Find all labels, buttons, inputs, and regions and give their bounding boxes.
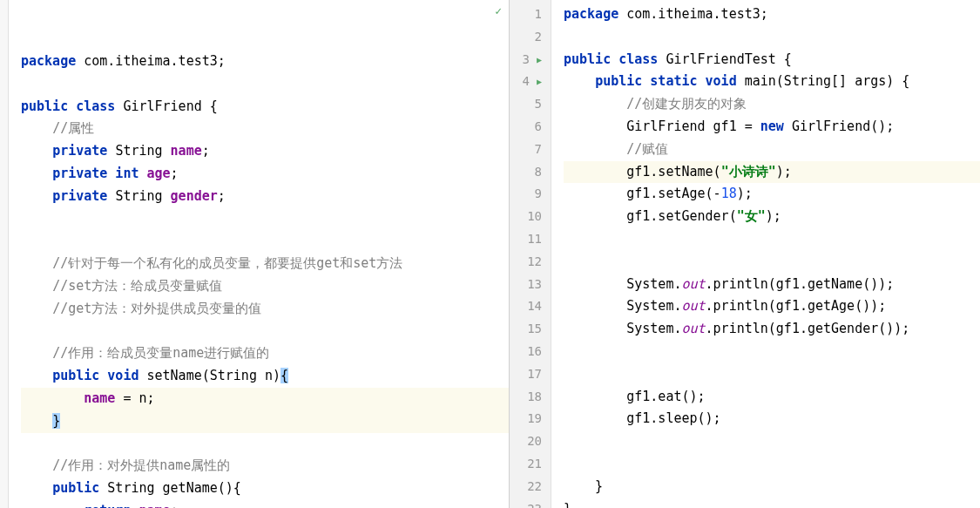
line-number: 16 — [527, 341, 542, 363]
code-token: } — [564, 501, 571, 508]
code-token: //作用：给成员变量name进行赋值的 — [52, 345, 269, 361]
code-line[interactable]: public class GirlFriendTest { — [564, 49, 980, 71]
code-line[interactable]: package com.itheima.test3; — [21, 51, 509, 73]
code-line[interactable] — [21, 230, 509, 253]
run-gutter-icon[interactable]: ▶ — [537, 71, 542, 93]
code-token — [21, 166, 52, 181]
code-line[interactable]: gf1.sleep(); — [564, 408, 980, 430]
code-line[interactable]: public static void main(String[] args) { — [564, 71, 980, 93]
line-number: 20 — [527, 430, 542, 453]
code-line[interactable]: private String gender; — [21, 186, 509, 208]
code-token — [564, 119, 626, 134]
code-token: setName(String n) — [147, 368, 281, 383]
code-line[interactable]: //set方法：给成员变量赋值 — [21, 275, 509, 298]
code-line[interactable] — [564, 26, 980, 49]
line-number: 13 — [527, 274, 542, 296]
code-line[interactable] — [564, 363, 980, 386]
gutter-line: 13 — [517, 274, 542, 296]
line-number: 19 — [527, 408, 542, 430]
code-line[interactable] — [564, 430, 980, 453]
code-line[interactable]: return name; — [21, 500, 509, 508]
line-number: 9 — [535, 183, 542, 206]
code-line[interactable]: public class GirlFriend { — [21, 96, 509, 119]
code-line[interactable]: //作用：给成员变量name进行赋值的 — [21, 342, 509, 365]
code-line[interactable]: } — [21, 410, 509, 433]
code-token: out — [681, 298, 705, 314]
code-line[interactable] — [21, 73, 509, 96]
code-line[interactable] — [564, 251, 980, 274]
code-line[interactable]: } — [564, 498, 980, 508]
code-line[interactable]: //属性 — [21, 118, 509, 140]
code-line[interactable]: System.out.println(gf1.getGender()); — [564, 318, 980, 341]
code-line[interactable] — [564, 228, 980, 251]
code-line[interactable]: //作用：对外提供name属性的 — [21, 455, 509, 478]
code-line[interactable] — [564, 453, 980, 476]
line-number: 18 — [527, 386, 542, 409]
code-token — [21, 503, 84, 508]
code-token: gf1.setName( — [564, 164, 721, 179]
code-line[interactable] — [21, 208, 509, 231]
gutter-line: 18 — [517, 386, 542, 409]
code-token: age — [147, 166, 171, 181]
code-token: ; — [171, 166, 179, 181]
code-line[interactable]: System.out.println(gf1.getName()); — [564, 274, 980, 296]
editor-right[interactable]: 123▶4▶567891011121314151617181920212223 … — [510, 0, 980, 508]
line-number: 21 — [527, 453, 542, 476]
code-line[interactable] — [21, 433, 509, 456]
code-token: //属性 — [52, 120, 94, 136]
gutter-line: 7 — [517, 139, 542, 161]
code-token: //作用：对外提供name属性的 — [52, 457, 230, 473]
code-area-right[interactable]: package com.itheima.test3; public class … — [551, 0, 980, 508]
code-line[interactable]: gf1.setName("小诗诗"); — [564, 161, 980, 184]
code-token — [21, 301, 52, 316]
code-token: public static void — [595, 73, 745, 89]
line-number: 17 — [527, 363, 542, 386]
code-token: ; — [171, 503, 179, 508]
gutter-line: 23 — [517, 498, 542, 508]
code-line[interactable] — [21, 321, 509, 343]
code-token: return — [84, 503, 139, 508]
gutter-right: 123▶4▶567891011121314151617181920212223 — [510, 0, 551, 508]
code-line[interactable]: gf1.setAge(-18); — [564, 183, 980, 206]
code-line[interactable] — [564, 341, 980, 363]
code-token: //get方法：对外提供成员变量的值 — [52, 301, 261, 316]
line-number: 10 — [527, 206, 542, 228]
line-number: 1 — [535, 3, 542, 26]
code-line[interactable]: //get方法：对外提供成员变量的值 — [21, 298, 509, 321]
code-line[interactable]: //创建女朋友的对象 — [564, 93, 980, 116]
code-line[interactable]: } — [564, 476, 980, 498]
code-token — [21, 457, 52, 473]
editor-left[interactable]: ✓ package com.itheima.test3; public clas… — [0, 0, 509, 508]
code-token: package — [564, 6, 626, 22]
code-token: public class — [21, 98, 123, 114]
code-area-left[interactable]: ✓ package com.itheima.test3; public clas… — [9, 0, 509, 508]
line-number: 3 — [523, 49, 530, 71]
code-line[interactable]: package com.itheima.test3; — [564, 3, 980, 26]
code-line[interactable]: private String name; — [21, 140, 509, 163]
code-line[interactable]: GirlFriend gf1 = new GirlFriend(); — [564, 116, 980, 139]
code-line[interactable]: public String getName(){ — [21, 478, 509, 500]
code-line[interactable]: //针对于每一个私有化的成员变量，都要提供get和set方法 — [21, 253, 509, 275]
code-line[interactable]: public void setName(String n){ — [21, 365, 509, 388]
line-number: 2 — [535, 26, 542, 49]
code-line[interactable]: gf1.eat(); — [564, 386, 980, 409]
gutter-line: 20 — [517, 430, 542, 453]
gutter-line: 14 — [517, 295, 542, 318]
code-line[interactable]: gf1.setGender("女"); — [564, 206, 980, 228]
code-token — [21, 278, 52, 294]
code-line[interactable]: //赋值 — [564, 139, 980, 161]
code-token — [21, 413, 52, 429]
run-gutter-icon[interactable]: ▶ — [537, 49, 542, 71]
code-token: private int — [52, 166, 146, 181]
code-token: "小诗诗" — [721, 164, 776, 179]
code-line[interactable]: name = n; — [21, 388, 509, 410]
code-token: ); — [737, 186, 753, 201]
line-number: 8 — [535, 161, 542, 184]
line-number: 7 — [535, 139, 542, 161]
code-token: System. — [564, 276, 681, 292]
code-token — [21, 143, 52, 159]
code-line[interactable]: private int age; — [21, 163, 509, 186]
code-line[interactable]: System.out.println(gf1.getAge()); — [564, 295, 980, 318]
gutter-line: 16 — [517, 341, 542, 363]
line-number: 11 — [527, 228, 542, 251]
